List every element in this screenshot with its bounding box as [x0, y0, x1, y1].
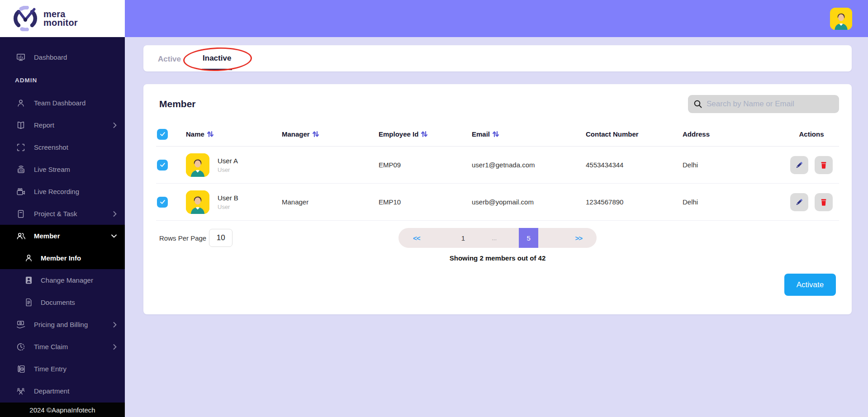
user-avatar-icon[interactable]	[830, 8, 852, 30]
tabs-bar: Active Inactive	[143, 45, 852, 71]
next-page-button[interactable]: >>	[560, 234, 597, 242]
sidebar-item-time-claim[interactable]: Time Claim	[0, 336, 125, 358]
screenshot-icon	[15, 142, 27, 153]
current-page-button[interactable]: 5	[519, 228, 538, 248]
sidebar-item-member[interactable]: Member	[0, 225, 125, 247]
main-content: Active Inactive Member	[125, 37, 868, 417]
member-panel: Member Name	[143, 84, 852, 314]
table-header-row: Name Manager Employee Id Email	[156, 122, 839, 147]
column-header-employee-id[interactable]: Employee Id	[379, 130, 472, 138]
sidebar-item-label: Dashboard	[34, 53, 117, 61]
copyright-footer: 2024 ©AapnaInfotech	[0, 403, 125, 417]
sidebar-item-label: Screenshot	[34, 143, 117, 151]
avatar	[186, 190, 209, 214]
column-header-email[interactable]: Email	[472, 130, 586, 138]
previous-page-button[interactable]: <<	[398, 234, 435, 242]
sidebar-item-live-stream[interactable]: LIVE Live Stream	[0, 158, 125, 180]
rows-per-page-label: Rows Per Page	[159, 234, 206, 242]
member-name: User A	[218, 157, 238, 165]
page-button-1[interactable]: 1	[457, 234, 470, 242]
time-entry-icon	[15, 364, 27, 374]
sidebar-selected-group: Member Member Info	[0, 225, 125, 269]
svg-text:LIVE: LIVE	[18, 170, 24, 172]
sidebar-item-label: Report	[34, 121, 111, 129]
sidebar-item-department[interactable]: Department	[0, 380, 125, 402]
member-icon	[15, 231, 27, 242]
sort-icon[interactable]	[207, 131, 214, 137]
cell-employee-id: EMP09	[379, 161, 472, 169]
pencil-icon	[795, 161, 803, 169]
mera-monitor-logo-icon	[13, 6, 38, 31]
sidebar-item-team-dashboard[interactable]: Team Dashboard	[0, 92, 125, 114]
sidebar-item-label: Pricing and Billing	[34, 321, 111, 328]
live-stream-icon: LIVE	[15, 164, 27, 175]
brand-logo[interactable]: mera monitor	[0, 0, 125, 37]
documents-icon	[23, 297, 34, 308]
sidebar: mera monitor Dashboard ADMIN Team Dashbo…	[0, 0, 125, 417]
cell-contact: 4553434344	[586, 161, 683, 169]
row-checkbox[interactable]	[157, 160, 168, 171]
project-task-icon	[15, 208, 27, 219]
table-row: User A User EMP09 user1@getnada.com 4553…	[156, 147, 839, 184]
column-header-name[interactable]: Name	[186, 130, 282, 138]
sidebar-item-label: Live Stream	[34, 166, 117, 173]
tab-inactive[interactable]: Inactive	[202, 47, 232, 70]
sort-icon[interactable]	[312, 131, 319, 137]
cell-address: Delhi	[683, 161, 784, 169]
sidebar-nav: Dashboard ADMIN Team Dashboard Report	[0, 37, 125, 403]
member-role: User	[218, 166, 238, 173]
select-all-checkbox[interactable]	[157, 129, 168, 140]
chevron-right-icon	[111, 322, 117, 327]
sidebar-item-member-info[interactable]: Member Info	[0, 247, 125, 269]
rows-per-page-input[interactable]	[209, 229, 232, 247]
sidebar-item-label: Time Entry	[34, 365, 117, 373]
column-header-actions: Actions	[784, 130, 839, 138]
sidebar-item-label: Member Info	[41, 254, 117, 262]
team-dashboard-icon	[15, 98, 27, 109]
sidebar-item-project-task[interactable]: Project & Task	[0, 203, 125, 225]
cell-email: userb@yopmail.com	[472, 198, 586, 206]
sidebar-item-label: Live Recording	[34, 188, 117, 195]
sidebar-item-label: Department	[34, 387, 117, 395]
sidebar-section-admin: ADMIN	[0, 68, 125, 92]
row-checkbox[interactable]	[157, 197, 168, 208]
page-title: Member	[159, 99, 196, 109]
change-manager-icon	[23, 275, 34, 286]
sort-icon[interactable]	[421, 131, 428, 137]
delete-button[interactable]	[815, 156, 833, 174]
chevron-right-icon	[111, 344, 117, 350]
sidebar-item-dashboard[interactable]: Dashboard	[0, 46, 125, 68]
member-table: Name Manager Employee Id Email	[156, 122, 839, 221]
delete-button[interactable]	[815, 193, 833, 211]
sidebar-item-label: Time Claim	[34, 343, 111, 351]
column-header-contact-number: Contact Number	[586, 130, 683, 138]
column-header-manager[interactable]: Manager	[282, 130, 379, 138]
cell-address: Delhi	[683, 198, 784, 206]
search-input[interactable]	[707, 100, 834, 109]
dashboard-icon	[15, 52, 27, 63]
sidebar-item-screenshot[interactable]: Screenshot	[0, 136, 125, 158]
sort-icon[interactable]	[492, 131, 499, 137]
cell-contact: 1234567890	[586, 198, 683, 206]
activate-button[interactable]: Activate	[784, 274, 836, 296]
sidebar-item-change-manager[interactable]: Change Manager	[0, 269, 125, 291]
tab-active[interactable]: Active	[157, 47, 182, 70]
search-box	[688, 95, 839, 113]
sidebar-item-live-recording[interactable]: Live Recording	[0, 180, 125, 203]
sidebar-item-time-entry[interactable]: Time Entry	[0, 358, 125, 380]
time-claim-icon	[15, 341, 27, 352]
chevron-right-icon	[111, 123, 117, 128]
cell-email: user1@getnada.com	[472, 161, 586, 169]
edit-button[interactable]	[790, 156, 808, 174]
topbar	[125, 0, 868, 37]
brand-name-line2: monitor	[43, 19, 78, 27]
sidebar-item-documents[interactable]: Documents	[0, 291, 125, 313]
avatar	[186, 153, 209, 177]
chevron-down-icon	[111, 234, 117, 238]
sidebar-item-report[interactable]: Report	[0, 114, 125, 136]
member-info-icon	[23, 253, 34, 264]
column-header-address: Address	[683, 130, 784, 138]
sidebar-item-label: Team Dashboard	[34, 99, 117, 107]
edit-button[interactable]	[790, 193, 808, 211]
sidebar-item-pricing-and-billing[interactable]: Pricing and Billing	[0, 313, 125, 336]
